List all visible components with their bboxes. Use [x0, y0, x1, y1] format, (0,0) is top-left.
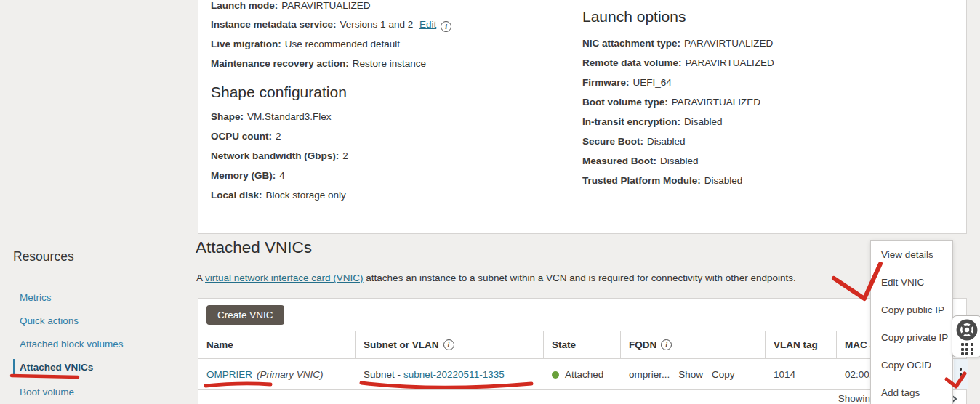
info-icon[interactable]: i: [443, 339, 454, 350]
sidebar-item-attached-block-volumes[interactable]: Attached block volumes: [20, 339, 124, 350]
detail-value: 2: [342, 150, 348, 161]
detail-measured-boot: Measured Boot:Disabled: [582, 155, 699, 166]
subnet-link[interactable]: subnet-20220511-1335: [403, 369, 505, 380]
menu-item-view-details[interactable]: View details: [871, 241, 952, 268]
detail-remote-data-volume: Remote data volume:PARAVIRTUALIZED: [582, 57, 774, 68]
sidebar-active-indicator: [13, 359, 15, 376]
detail-label: Measured Boot:: [582, 155, 656, 166]
column-header-subnet-or-vlan[interactable]: Subnet or VLANi: [356, 331, 544, 359]
column-header-vlan-tag[interactable]: VLAN tag: [766, 331, 837, 359]
detail-live-migration: Live migration:Use recommended default: [211, 39, 400, 49]
vnic-actions-context-menu: View details Edit VNIC Copy public IP Co…: [870, 240, 953, 404]
oci-instance-details-page: Launch mode:PARAVIRTUALIZED Instance met…: [0, 0, 980, 404]
sidebar-item-metrics[interactable]: Metrics: [20, 292, 52, 303]
detail-ocpu-count: OCPU count:2: [211, 131, 281, 142]
detail-value: PARAVIRTUALIZED: [686, 57, 774, 68]
detail-label: Boot volume type:: [582, 97, 668, 108]
column-header-state[interactable]: State: [544, 331, 621, 359]
state-label: Attached: [565, 369, 603, 380]
fqdn-show-link[interactable]: Show: [678, 369, 703, 380]
detail-firmware: Firmware:UEFI_64: [582, 77, 672, 88]
detail-value: UEFI_64: [633, 77, 672, 88]
menu-item-copy-private-ip[interactable]: Copy private IP: [871, 323, 952, 351]
detail-memory: Memory (GB):4: [211, 170, 285, 181]
screenshot-extension-widget[interactable]: [952, 315, 980, 357]
column-header-name[interactable]: Name: [198, 331, 356, 359]
sidebar-divider: [13, 275, 179, 275]
create-vnic-button[interactable]: Create VNIC: [206, 305, 284, 325]
detail-value: PARAVIRTUALIZED: [672, 97, 760, 108]
detail-value: Restore instance: [353, 58, 426, 69]
detail-maintenance-recovery: Maintenance recovery action:Restore inst…: [211, 58, 426, 69]
detail-value: PARAVIRTUALIZED: [684, 38, 773, 49]
detail-label: Trusted Platform Module:: [582, 175, 701, 186]
state-attached-icon: [552, 371, 559, 379]
detail-label: Shape:: [211, 111, 244, 122]
detail-shape: Shape:VM.Standard3.Flex: [211, 111, 332, 122]
attached-vnics-description: A virtual network interface card (VNIC) …: [196, 272, 796, 283]
primary-vnic-note: (Primary VNIC): [257, 369, 324, 380]
attached-vnics-heading: Attached VNICs: [196, 238, 312, 257]
column-header-fqdn[interactable]: FQDNi: [621, 331, 766, 359]
detail-value: Versions 1 and 2: [340, 19, 414, 30]
detail-label: Instance metadata service:: [211, 19, 337, 30]
info-icon[interactable]: i: [661, 339, 672, 350]
column-header-label: Name: [206, 339, 233, 350]
sidebar-item-boot-volume[interactable]: Boot volume: [20, 387, 74, 397]
row-actions-kebab-icon[interactable]: [954, 359, 968, 389]
info-icon[interactable]: i: [441, 21, 451, 32]
menu-item-copy-ocid[interactable]: Copy OCID: [871, 351, 952, 379]
detail-label: Secure Boot:: [582, 136, 643, 147]
detail-label: In-transit encryption:: [582, 116, 680, 127]
detail-label: Launch mode:: [211, 0, 278, 11]
table-row: OMPRIER (Primary VNIC) Subnet - subnet-2…: [198, 359, 966, 390]
mac-value: 02:00:: [845, 369, 872, 380]
detail-label: Maintenance recovery action:: [211, 58, 349, 69]
detail-value: PARAVIRTUALIZED: [281, 0, 370, 11]
vnic-doc-link[interactable]: virtual network interface card (VNIC): [205, 272, 364, 283]
menu-item-edit-vnic[interactable]: Edit VNIC: [871, 268, 952, 296]
menu-item-copy-public-ip[interactable]: Copy public IP: [871, 296, 952, 323]
annotation-underline-sidebar-attached-vnics: [12, 376, 78, 377]
cell-fqdn: omprier... Show Copy: [621, 359, 766, 390]
detail-value: Use recommended default: [285, 39, 400, 49]
detail-value: 2: [276, 131, 281, 142]
sidebar-item-quick-actions[interactable]: Quick actions: [20, 315, 79, 326]
resources-heading: Resources: [13, 249, 74, 264]
kebab-dot: [960, 368, 963, 371]
detail-boot-volume-type: Boot volume type:PARAVIRTUALIZED: [582, 97, 760, 108]
subnet-prefix: Subnet -: [364, 369, 401, 380]
detail-value: Disabled: [684, 116, 723, 127]
kebab-dot: [960, 373, 963, 376]
sidebar-item-attached-vnics[interactable]: Attached VNICs: [20, 362, 93, 373]
detail-secure-boot: Secure Boot:Disabled: [582, 136, 686, 147]
launch-options-heading: Launch options: [582, 8, 686, 25]
column-header-label: VLAN tag: [774, 339, 818, 350]
detail-label: OCPU count:: [211, 131, 272, 142]
detail-nic-attachment: NIC attachment type:PARAVIRTUALIZED: [582, 38, 773, 49]
detail-value: 4: [279, 170, 285, 181]
vnics-table-card: Create VNIC Name Subnet or VLANi State F…: [198, 298, 967, 404]
fqdn-value: omprier...: [629, 369, 670, 380]
column-header-label: State: [552, 339, 576, 350]
detail-in-transit-encryption: In-transit encryption:Disabled: [582, 116, 723, 127]
kebab-dot: [960, 378, 963, 381]
detail-value: Block storage only: [266, 190, 346, 201]
vnic-name-link[interactable]: OMPRIER: [206, 369, 252, 380]
fqdn-copy-link[interactable]: Copy: [712, 369, 735, 380]
shape-configuration-heading: Shape configuration: [211, 84, 347, 101]
dot-grid-icon: [961, 343, 973, 355]
menu-item-add-tags[interactable]: Add tags: [871, 379, 952, 404]
description-prefix: A: [196, 272, 205, 283]
cell-subnet: Subnet - subnet-20220511-1335: [356, 359, 544, 390]
detail-network-bandwidth: Network bandwidth (Gbps):2: [211, 150, 348, 161]
detail-local-disk: Local disk:Block storage only: [211, 190, 346, 201]
cell-name: OMPRIER (Primary VNIC): [198, 359, 356, 390]
detail-label: Live migration:: [211, 39, 281, 49]
detail-label: Firmware:: [582, 77, 630, 88]
detail-launch-mode: Launch mode:PARAVIRTUALIZED: [211, 0, 371, 11]
edit-metadata-link[interactable]: Edit: [419, 19, 436, 30]
detail-value: Disabled: [660, 155, 699, 166]
detail-value: VM.Standard3.Flex: [247, 111, 332, 122]
detail-label: Local disk:: [211, 190, 262, 201]
